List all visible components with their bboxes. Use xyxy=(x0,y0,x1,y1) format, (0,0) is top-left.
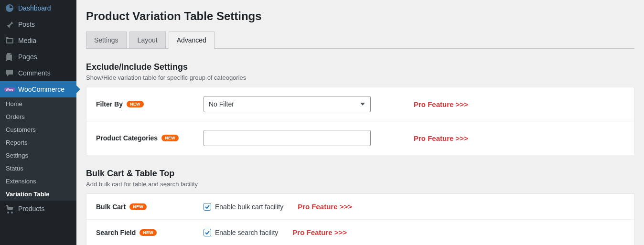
form-label-bulk-cart: Bulk Cart NEW xyxy=(96,203,204,211)
sidebar-item-dashboard[interactable]: Dashboard xyxy=(0,0,76,16)
pages-icon xyxy=(5,52,14,62)
filter-by-select[interactable]: No Filter xyxy=(204,96,371,112)
form-row-search-field: Search Field NEW Enable search facility … xyxy=(86,220,634,245)
sidebar-item-comments[interactable]: Comments xyxy=(0,65,76,81)
bulk-cart-panel: Bulk Cart NEW Enable bulk cart facility … xyxy=(86,193,634,245)
product-categories-input[interactable] xyxy=(204,130,371,146)
new-badge: NEW xyxy=(161,135,179,141)
sidebar-item-media[interactable]: Media xyxy=(0,32,76,49)
sidebar-subitem-home[interactable]: Home xyxy=(0,97,76,110)
filter-by-select-wrap: No Filter xyxy=(204,96,371,112)
comments-icon xyxy=(5,68,14,78)
sidebar-item-pages[interactable]: Pages xyxy=(0,49,76,65)
section-desc: Add bulk cart for table and search facil… xyxy=(86,181,634,188)
section-desc: Show/Hide variation table for specific g… xyxy=(86,74,634,81)
sidebar-subitem-variation-table[interactable]: Variation Table xyxy=(0,188,76,201)
form-row-bulk-cart: Bulk Cart NEW Enable bulk cart facility … xyxy=(86,194,634,220)
pin-icon xyxy=(5,20,14,29)
search-field-label: Enable search facility xyxy=(215,229,278,236)
tab-settings[interactable]: Settings xyxy=(86,32,127,48)
pro-feature-link[interactable]: Pro Feature >>> xyxy=(298,202,352,211)
pro-feature-link[interactable]: Pro Feature >>> xyxy=(292,228,347,236)
section-title-bulk-cart: Bulk Cart & Table Top xyxy=(86,169,634,179)
sidebar-label: Products xyxy=(18,205,44,213)
sidebar-item-posts[interactable]: Posts xyxy=(0,16,76,32)
sidebar-subitem-status[interactable]: Status xyxy=(0,162,76,175)
form-label-filter-by: Filter By NEW xyxy=(96,100,204,108)
new-badge: NEW xyxy=(129,203,147,210)
sidebar-item-products[interactable]: Products xyxy=(0,201,76,217)
admin-sidebar: Dashboard Posts Media Pages Comments Woo… xyxy=(0,0,76,245)
sidebar-subitem-reports[interactable]: Reports xyxy=(0,136,76,149)
form-label-product-categories: Product Categories NEW xyxy=(96,134,204,142)
woocommerce-icon: Woo xyxy=(5,85,14,94)
sidebar-item-woocommerce[interactable]: Woo WooCommerce xyxy=(0,81,76,97)
form-row-filter-by: Filter By NEW No Filter Pro Feature >>> xyxy=(86,87,634,121)
main-content: Product Variation Table Settings Setting… xyxy=(76,0,644,245)
section-title-exclude-include: Exclude/Include Settings xyxy=(86,62,634,72)
media-icon xyxy=(5,36,14,45)
sidebar-label: WooCommerce xyxy=(18,85,64,93)
sidebar-label: Pages xyxy=(18,53,37,61)
form-label-search-field: Search Field NEW xyxy=(96,229,204,236)
exclude-include-panel: Filter By NEW No Filter Pro Feature >>> … xyxy=(86,87,634,155)
sidebar-subitem-customers[interactable]: Customers xyxy=(0,123,76,136)
bulk-cart-label: Enable bulk cart facility xyxy=(215,203,283,211)
tab-advanced[interactable]: Advanced xyxy=(169,32,215,49)
pro-feature-link[interactable]: Pro Feature >>> xyxy=(414,134,468,142)
sidebar-subitem-extensions[interactable]: Extensions xyxy=(0,175,76,188)
dashboard-icon xyxy=(5,3,14,13)
tabs-nav: Settings Layout Advanced xyxy=(86,32,634,49)
products-icon xyxy=(5,204,14,213)
sidebar-label: Dashboard xyxy=(18,4,51,12)
pro-feature-link[interactable]: Pro Feature >>> xyxy=(414,100,468,108)
form-row-product-categories: Product Categories NEW Pro Feature >>> xyxy=(86,121,634,155)
bulk-cart-checkbox[interactable] xyxy=(204,203,211,211)
tab-layout[interactable]: Layout xyxy=(129,32,166,48)
sidebar-subitem-orders[interactable]: Orders xyxy=(0,110,76,123)
new-badge: NEW xyxy=(140,229,157,236)
sidebar-subitem-settings[interactable]: Settings xyxy=(0,149,76,162)
page-title: Product Variation Table Settings xyxy=(86,10,634,23)
sidebar-label: Comments xyxy=(18,69,51,77)
bulk-cart-checkbox-wrap: Enable bulk cart facility xyxy=(204,203,283,211)
new-badge: NEW xyxy=(127,101,144,107)
sidebar-label: Posts xyxy=(18,21,35,28)
search-field-checkbox-wrap: Enable search facility xyxy=(204,229,278,236)
sidebar-label: Media xyxy=(18,37,36,44)
search-field-checkbox[interactable] xyxy=(204,229,211,236)
